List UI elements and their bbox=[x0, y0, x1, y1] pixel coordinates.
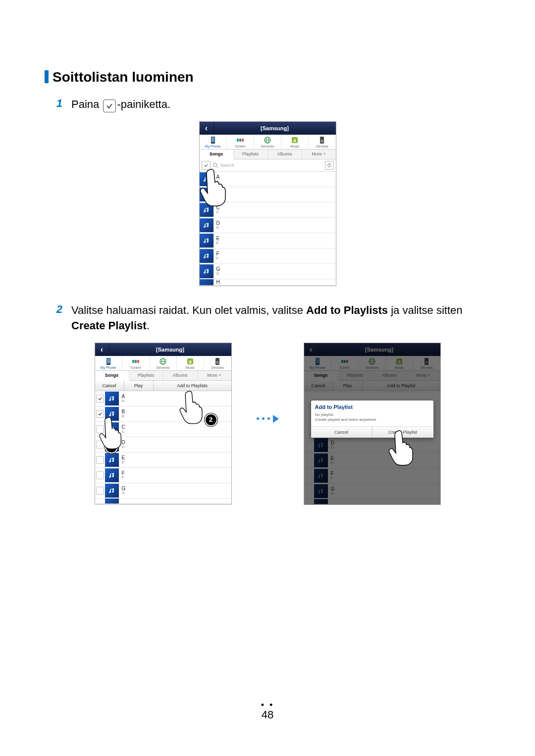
checkbox-icon[interactable] bbox=[96, 471, 104, 479]
list-item[interactable]: EE bbox=[200, 233, 336, 249]
song-subtitle: F bbox=[216, 256, 336, 260]
checkbox-icon[interactable] bbox=[96, 487, 104, 495]
search-input[interactable]: Search bbox=[220, 163, 323, 168]
view-tab-albums[interactable]: Albums bbox=[373, 371, 407, 380]
svg-rect-15 bbox=[107, 358, 110, 363]
list-item[interactable]: EE bbox=[95, 453, 231, 468]
source-tab-services[interactable]: Services bbox=[254, 135, 281, 149]
song-subtitle: G bbox=[216, 272, 336, 276]
list-item[interactable]: GG bbox=[304, 484, 440, 499]
svg-text:a: a bbox=[189, 359, 192, 364]
dialog-create-playlist-button[interactable]: Create Playlist bbox=[373, 427, 433, 438]
source-tab-devices[interactable]: Devices bbox=[413, 356, 440, 370]
song-title: F bbox=[216, 252, 336, 256]
svg-point-12 bbox=[213, 163, 216, 167]
album-art-icon bbox=[200, 172, 214, 186]
list-item[interactable]: AA bbox=[95, 391, 231, 406]
view-tab-playlists[interactable]: Playlists bbox=[234, 150, 268, 159]
view-tab-more[interactable]: More + bbox=[302, 150, 336, 159]
view-tab-songs[interactable]: Songs bbox=[304, 371, 338, 381]
section-bar bbox=[45, 70, 49, 83]
callout-1: 1 bbox=[105, 441, 118, 454]
source-tab-services[interactable]: Services bbox=[359, 356, 386, 370]
song-title: G bbox=[216, 267, 336, 272]
source-tab-music[interactable]: a Music bbox=[281, 135, 309, 149]
cancel-button[interactable]: Cancel bbox=[95, 381, 124, 391]
source-tab-myphone[interactable]: My Phone bbox=[200, 135, 227, 149]
back-button[interactable]: ‹ bbox=[304, 343, 319, 356]
song-list-lower: DD EE FF GG bbox=[304, 438, 440, 504]
list-item[interactable]: FF bbox=[200, 249, 336, 264]
album-art-icon bbox=[314, 484, 328, 498]
list-item[interactable]: FF bbox=[304, 468, 440, 484]
album-art-icon bbox=[105, 407, 119, 421]
add-to-playlist-button[interactable]: Add to Playlist bbox=[363, 381, 440, 391]
view-tab-albums[interactable]: Albums bbox=[268, 150, 302, 159]
amazon-music-icon: a bbox=[281, 136, 308, 144]
checkbox-icon[interactable] bbox=[96, 456, 104, 464]
page-number: 48 bbox=[0, 708, 535, 721]
speaker-icon bbox=[204, 357, 231, 365]
view-tab-playlists[interactable]: Playlists bbox=[129, 371, 163, 380]
source-tab-tunein[interactable]: TuneIn bbox=[331, 356, 359, 370]
list-item[interactable]: FF bbox=[95, 468, 231, 483]
back-button[interactable]: ‹ bbox=[95, 343, 109, 356]
refresh-button[interactable] bbox=[325, 161, 334, 170]
select-mode-button[interactable] bbox=[202, 161, 211, 170]
search-icon bbox=[213, 162, 218, 168]
song-title: G bbox=[122, 486, 231, 491]
checkbox-icon[interactable] bbox=[96, 425, 104, 433]
song-subtitle: G bbox=[122, 491, 231, 495]
view-tab-albums[interactable]: Albums bbox=[163, 371, 198, 380]
song-title: D bbox=[216, 221, 336, 226]
source-tab-tunein[interactable]: TuneIn bbox=[122, 356, 150, 370]
checkbox-checked-icon[interactable] bbox=[96, 395, 104, 403]
step-text-bold: Create Playlist bbox=[71, 319, 147, 332]
source-tab-music[interactable]: aMusic bbox=[386, 356, 413, 370]
album-art-icon bbox=[200, 279, 214, 286]
step-1: 1 Paina -painiketta. bbox=[45, 97, 490, 112]
cancel-button[interactable]: Cancel bbox=[304, 381, 333, 391]
song-subtitle: C bbox=[122, 430, 231, 434]
song-title: D bbox=[122, 440, 231, 445]
list-item[interactable]: H bbox=[200, 279, 336, 286]
list-item[interactable]: AA bbox=[200, 172, 336, 187]
source-tab-myphone[interactable]: My Phone bbox=[304, 356, 331, 370]
view-tab-more[interactable]: More + bbox=[407, 371, 440, 380]
list-item[interactable]: GG bbox=[200, 264, 336, 279]
list-item[interactable] bbox=[200, 187, 336, 202]
source-tab-devices[interactable]: Devices bbox=[204, 356, 231, 370]
song-title: A bbox=[122, 394, 231, 399]
dialog-cancel-button[interactable]: Cancel bbox=[311, 427, 373, 438]
add-to-playlists-button[interactable]: Add to Playlists bbox=[154, 381, 231, 391]
checkbox-icon[interactable] bbox=[96, 441, 104, 449]
album-art-icon bbox=[200, 264, 214, 278]
back-button[interactable]: ‹ bbox=[200, 122, 214, 135]
list-item[interactable]: CC bbox=[200, 202, 336, 218]
source-tab-services[interactable]: Services bbox=[150, 356, 177, 370]
play-button[interactable]: Play bbox=[124, 381, 154, 391]
callout-2: 2 bbox=[205, 413, 217, 426]
source-tab-tunein[interactable]: TuneIn bbox=[227, 135, 254, 149]
play-button[interactable]: Play bbox=[333, 381, 363, 391]
source-tab-devices[interactable]: Devices bbox=[309, 135, 335, 149]
source-tab-myphone[interactable]: My Phone bbox=[95, 356, 122, 370]
list-item[interactable]: EE bbox=[304, 453, 440, 468]
view-tab-songs[interactable]: Songs bbox=[95, 371, 129, 381]
source-tab-music[interactable]: aMusic bbox=[177, 356, 204, 370]
list-item[interactable] bbox=[304, 499, 440, 504]
globe-icon bbox=[359, 357, 385, 365]
view-tab-songs[interactable]: Songs bbox=[200, 150, 234, 159]
checkbox-checked-icon[interactable] bbox=[96, 410, 104, 418]
song-title: D bbox=[331, 441, 440, 446]
header-title: [Samsung] bbox=[109, 347, 231, 353]
list-item[interactable]: GG bbox=[95, 483, 231, 499]
phone-icon bbox=[95, 357, 122, 365]
list-item[interactable]: DD bbox=[304, 438, 440, 453]
list-item[interactable] bbox=[95, 499, 231, 504]
step-2: 2 Valitse haluamasi raidat. Kun olet val… bbox=[45, 303, 490, 334]
song-title: F bbox=[331, 471, 440, 476]
view-tab-more[interactable]: More + bbox=[198, 371, 231, 380]
list-item[interactable]: DD bbox=[200, 218, 336, 233]
view-tab-playlists[interactable]: Playlists bbox=[338, 371, 373, 380]
